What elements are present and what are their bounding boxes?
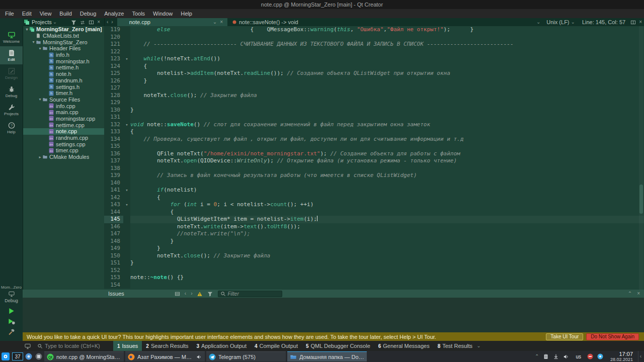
menu-item-build[interactable]: Build bbox=[55, 10, 75, 17]
code-line-123[interactable]: 123▾ while(!noteTxt.atEnd()) bbox=[104, 55, 644, 63]
code-line-140[interactable]: 140 bbox=[104, 179, 644, 187]
split-icon[interactable] bbox=[89, 20, 94, 25]
keyboard-layout[interactable]: us bbox=[576, 354, 581, 359]
tree-item-randnum-cpp[interactable]: c+randnum.cpp bbox=[23, 135, 104, 141]
tree-item-main-cpp[interactable]: c+main.cpp bbox=[23, 109, 104, 116]
taskbar-window[interactable]: Telegram (575) bbox=[206, 351, 286, 361]
line-number[interactable]: 143 bbox=[104, 201, 123, 209]
tree-item-randnum-h[interactable]: hrandnum.h bbox=[23, 77, 104, 84]
code-line-121[interactable]: 121 // ------------------------- СЧИТЫВА… bbox=[104, 41, 644, 48]
tree-item-note-h[interactable]: hnote.h bbox=[23, 71, 104, 77]
line-number[interactable]: 133 bbox=[104, 128, 123, 136]
code-line-122[interactable]: 122 bbox=[104, 48, 644, 56]
blue-app-icon[interactable] bbox=[25, 353, 32, 360]
line-number[interactable]: 128 bbox=[104, 92, 123, 100]
code-editor[interactable]: 119 else { QMessageBox::warning(this, "О… bbox=[104, 26, 644, 290]
fold-marker-icon[interactable]: ▾ bbox=[123, 201, 130, 209]
code-line-141[interactable]: 141▾ if(notelist) bbox=[104, 187, 644, 194]
line-number[interactable]: 144 bbox=[104, 209, 123, 216]
tree-item-nettime-h[interactable]: hnettime.h bbox=[23, 64, 104, 71]
line-number[interactable]: 151 bbox=[104, 259, 123, 267]
tree-item-info-h[interactable]: hinfo.h bbox=[23, 52, 104, 58]
close-icon[interactable]: × bbox=[637, 291, 640, 296]
code-line-151[interactable]: 151} bbox=[104, 259, 644, 267]
volume-icon[interactable] bbox=[563, 353, 570, 360]
line-number[interactable]: 146 bbox=[104, 223, 123, 231]
tree-item-settings-h[interactable]: hsettings.h bbox=[23, 83, 104, 90]
sync-icon[interactable] bbox=[79, 20, 86, 25]
kit-selector[interactable]: Mom...Zero Debug bbox=[0, 285, 23, 303]
line-number[interactable]: 121 bbox=[104, 41, 123, 48]
taskbar-window[interactable]: Азат Рахимов — Mozilla ... bbox=[125, 351, 205, 361]
locator[interactable] bbox=[35, 341, 111, 350]
output-pane-general-messages[interactable]: 6General Messages bbox=[374, 341, 434, 351]
funnel-icon[interactable] bbox=[207, 291, 213, 297]
scrollbar-handle[interactable] bbox=[639, 185, 643, 214]
tree-item-timer-h[interactable]: htimer.h bbox=[23, 90, 104, 97]
line-number[interactable]: 152 bbox=[104, 267, 123, 275]
code-line-143[interactable]: 143▾ for (int i = 0; i < notelist->count… bbox=[104, 201, 644, 209]
output-panes-menu-icon[interactable]: ⌄ bbox=[476, 343, 480, 348]
code-line-142[interactable]: 142 { bbox=[104, 194, 644, 202]
line-number[interactable]: 141 bbox=[104, 187, 123, 194]
output-pane-application-output[interactable]: 3Application Output bbox=[193, 341, 251, 351]
code-line-154[interactable]: 154 bbox=[104, 282, 644, 289]
menu-item-tools[interactable]: Tools bbox=[128, 10, 149, 17]
dropdown-icon[interactable]: ⌄ bbox=[213, 20, 217, 25]
table-icon[interactable] bbox=[175, 291, 180, 297]
menu-item-window[interactable]: Window bbox=[149, 10, 177, 17]
close-icon[interactable]: × bbox=[639, 20, 642, 25]
code-line-146[interactable]: 146 noteTxt.write(item->text().toUtf8())… bbox=[104, 223, 644, 231]
output-pane-issues[interactable]: 1Issues bbox=[113, 341, 142, 351]
tree-item-header-files[interactable]: ▾Header Files bbox=[23, 45, 104, 52]
mode-projects[interactable]: Projects bbox=[0, 101, 23, 119]
output-pane-test-results[interactable]: 8Test Results bbox=[434, 341, 476, 351]
back-icon[interactable]: ‹ bbox=[185, 291, 186, 296]
code-line-149[interactable]: 149 } bbox=[104, 245, 644, 252]
code-line-153[interactable]: 153note::~note() {} bbox=[104, 274, 644, 282]
tree-item-cmakelists-txt[interactable]: CMakeLists.txt bbox=[23, 33, 104, 39]
fold-marker-icon[interactable]: ▾ bbox=[123, 121, 130, 129]
issues-filter[interactable] bbox=[218, 291, 282, 297]
code-line-128[interactable]: 128 noteTxt.close(); // Закрытие файла bbox=[104, 92, 644, 100]
tree-item-morningstar-zero[interactable]: ▾MorningStar_Zero bbox=[23, 39, 104, 45]
code-line-126[interactable]: 126 } bbox=[104, 77, 644, 85]
tree-item-source-files[interactable]: ▾Source Files bbox=[23, 97, 104, 103]
tree-item-nettime-cpp[interactable]: c+nettime.cpp bbox=[23, 122, 104, 128]
line-number[interactable]: 138 bbox=[104, 165, 123, 172]
tree-item-cmake-modules[interactable]: ▸CMake Modules bbox=[23, 154, 104, 160]
encoding-selector[interactable]: Unix (LF)⌄ bbox=[546, 19, 575, 25]
line-number[interactable]: 154 bbox=[104, 282, 123, 289]
line-number[interactable]: 124 bbox=[104, 63, 123, 70]
code-line-145[interactable]: 145 QListWidgetItem* item = notelist->it… bbox=[104, 216, 644, 223]
line-number[interactable]: 120 bbox=[104, 34, 123, 41]
sidebar-pane-selector[interactable]: Projects⌄ bbox=[32, 19, 57, 25]
gray-app-icon[interactable] bbox=[35, 353, 42, 360]
symbol-breadcrumb[interactable]: note::saveNote() -> void bbox=[227, 19, 536, 25]
chevron-up-icon[interactable]: ⌃ bbox=[628, 291, 632, 296]
blue-badge-icon[interactable] bbox=[597, 353, 603, 359]
close-icon[interactable]: × bbox=[220, 20, 223, 25]
output-pane-compile-output[interactable]: 4Compile Output bbox=[251, 341, 302, 351]
tree-expand-icon[interactable]: ▸ bbox=[38, 155, 42, 159]
split-icon[interactable] bbox=[630, 20, 636, 25]
warning-filter-icon[interactable] bbox=[197, 291, 203, 297]
virtual-desktop-pager[interactable]: 37 bbox=[12, 352, 23, 360]
line-number[interactable]: 123 bbox=[104, 55, 123, 63]
code-line-127[interactable]: 127 bbox=[104, 84, 644, 92]
forward-icon[interactable]: › bbox=[111, 20, 113, 25]
line-number[interactable]: 135 bbox=[104, 143, 123, 150]
audio-indicator-icon[interactable] bbox=[196, 354, 202, 360]
issues-filter-input[interactable] bbox=[227, 291, 278, 297]
code-line-134[interactable]: 134 // Проверка, существует ли файл , от… bbox=[104, 136, 644, 143]
line-number[interactable]: 136 bbox=[104, 150, 123, 158]
back-icon[interactable]: ‹ bbox=[107, 20, 108, 25]
chevron-up-icon[interactable]: ⌃ bbox=[535, 354, 539, 359]
line-number[interactable]: 122 bbox=[104, 48, 123, 56]
tree-item-morningstar-cpp[interactable]: c+morningstar.cpp bbox=[23, 116, 104, 122]
menu-item-file[interactable]: File bbox=[1, 10, 18, 17]
toggle-progress-icon[interactable] bbox=[24, 343, 31, 349]
output-pane-qml-debugger-console[interactable]: 5QML Debugger Console bbox=[302, 341, 374, 351]
line-number[interactable]: 139 bbox=[104, 172, 123, 179]
fold-marker-icon[interactable]: ▾ bbox=[123, 55, 130, 63]
